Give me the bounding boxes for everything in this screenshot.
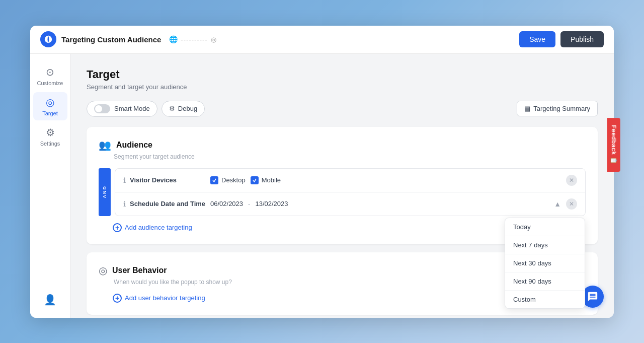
target-icon: ◎: [46, 96, 54, 108]
sidebar-item-target[interactable]: ◎ Target: [33, 92, 67, 120]
app-title: Targeting Custom Audience: [61, 35, 161, 44]
toolbar: Smart Mode ⚙ Debug ▤ Targeting Summary: [87, 101, 598, 117]
breadcrumb: 🌐 ---------- ◎: [169, 35, 216, 43]
add-audience-label: Add audience targeting: [125, 224, 192, 231]
smart-mode-toggle[interactable]: [94, 104, 110, 113]
debug-button[interactable]: ⚙ Debug: [162, 101, 205, 117]
user-icon: 👤: [44, 294, 56, 306]
remove-visitor-devices-button[interactable]: ✕: [566, 175, 577, 186]
user-behavior-icon: ◎: [99, 264, 107, 277]
debug-label: Debug: [178, 105, 197, 112]
mobile-checkbox[interactable]: [251, 176, 259, 184]
dropdown-item-next7[interactable]: Next 7 days: [505, 236, 585, 254]
header-actions: Save Publish: [519, 31, 604, 47]
sidebar-item-user[interactable]: 👤: [33, 290, 67, 310]
sidebar-item-label-customize: Customize: [37, 80, 63, 86]
publish-button[interactable]: Publish: [560, 31, 604, 47]
add-user-behavior-label: Add user behavior targeting: [125, 294, 205, 302]
sidebar-bottom: 👤: [33, 290, 67, 310]
info-icon-visitor: ℹ: [123, 176, 126, 184]
schedule-date-actions: ▲ ✕: [553, 198, 577, 210]
targeting-summary-label: Targeting Summary: [533, 105, 590, 112]
sidebar-item-customize[interactable]: ⊙ Customize: [33, 62, 67, 90]
targeting-summary-icon: ▤: [524, 105, 530, 112]
feedback-label: Feedback: [610, 125, 617, 155]
sidebar: ⊙ Customize ◎ Target ⚙ Settings 👤: [30, 54, 70, 318]
desktop-checkbox-item[interactable]: Desktop: [210, 176, 246, 184]
audience-title: Audience: [116, 141, 152, 150]
audience-icon: 👥: [99, 139, 111, 151]
visitor-devices-label: Visitor Devices: [130, 176, 210, 184]
visitor-devices-row: ℹ Visitor Devices Desktop: [115, 169, 585, 192]
schedule-chevron-button[interactable]: ▲: [553, 199, 562, 209]
audience-subtitle: Segment your target audience: [114, 153, 586, 160]
dropdown-item-today[interactable]: Today: [505, 218, 585, 236]
sidebar-item-settings[interactable]: ⚙ Settings: [33, 122, 67, 151]
save-button[interactable]: Save: [519, 31, 555, 47]
date-range-dropdown: Today Next 7 days Next 30 days Next 90 d…: [505, 218, 585, 309]
add-user-behavior-icon: +: [113, 294, 122, 303]
visitor-devices-actions: ✕: [566, 175, 577, 186]
and-bar: AND: [99, 168, 111, 216]
breadcrumb-circle-icon: ◎: [211, 36, 216, 43]
dropdown-item-next90[interactable]: Next 90 days: [505, 272, 585, 291]
feedback-icon: 📋: [610, 157, 617, 165]
visitor-devices-content: Desktop Mobile: [210, 176, 566, 184]
schedule-date-row: ℹ Schedule Date and Time 06/02/2023 - 13…: [115, 192, 585, 216]
add-audience-icon: +: [113, 223, 122, 232]
smart-mode-label: Smart Mode: [114, 105, 150, 112]
globe-icon: 🌐: [169, 35, 178, 43]
sidebar-item-label-target: Target: [42, 110, 58, 116]
date-range: 06/02/2023 - 13/02/2023: [210, 200, 288, 208]
and-label: AND: [102, 185, 107, 198]
audience-rows: AND ℹ Visitor Devices: [99, 168, 586, 216]
header: Targeting Custom Audience 🌐 ---------- ◎…: [30, 26, 614, 54]
targeting-summary-button[interactable]: ▤ Targeting Summary: [517, 101, 598, 116]
dropdown-item-custom[interactable]: Custom: [505, 291, 585, 308]
toolbar-right: ▤ Targeting Summary: [517, 101, 598, 116]
debug-icon: ⚙: [169, 105, 175, 112]
feedback-tab[interactable]: Feedback 📋: [607, 118, 620, 172]
date-end: 13/02/2023: [255, 200, 288, 208]
remove-schedule-button[interactable]: ✕: [566, 198, 577, 210]
body: ⊙ Customize ◎ Target ⚙ Settings 👤 Target…: [30, 54, 614, 318]
breadcrumb-dots: ----------: [181, 36, 207, 43]
mobile-checkbox-item[interactable]: Mobile: [251, 176, 281, 184]
main-content: Target Segment and target your audience …: [70, 54, 614, 318]
settings-icon: ⚙: [46, 126, 55, 139]
rows-container: ℹ Visitor Devices Desktop: [115, 168, 586, 216]
desktop-label: Desktop: [221, 176, 246, 184]
schedule-date-label: Schedule Date and Time: [130, 200, 210, 208]
info-icon-schedule: ℹ: [123, 200, 126, 208]
mobile-label: Mobile: [262, 176, 281, 184]
toolbar-left: Smart Mode ⚙ Debug: [87, 101, 205, 117]
date-separator: -: [248, 200, 250, 208]
audience-card: 👥 Audience Segment your target audience …: [87, 127, 598, 244]
page-title: Target: [87, 68, 598, 81]
user-behavior-title: User Behavior: [112, 266, 167, 275]
smart-mode-button[interactable]: Smart Mode: [87, 101, 157, 117]
page-subtitle: Segment and target your audience: [87, 83, 598, 91]
dropdown-item-next30[interactable]: Next 30 days: [505, 254, 585, 272]
app-logo: [40, 31, 56, 47]
audience-card-header: 👥 Audience: [99, 139, 586, 151]
desktop-checkbox[interactable]: [210, 176, 218, 184]
sidebar-item-label-settings: Settings: [40, 141, 60, 147]
customize-icon: ⊙: [46, 66, 54, 78]
date-start: 06/02/2023: [210, 200, 243, 208]
schedule-date-content: 06/02/2023 - 13/02/2023: [210, 200, 553, 208]
